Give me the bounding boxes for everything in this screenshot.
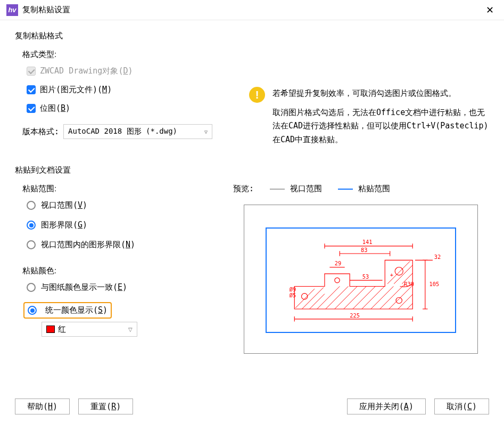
legend-label: 视口范围 (290, 184, 322, 194)
legend-line-icon (270, 189, 285, 190)
format-type-label: 格式类型: (22, 50, 228, 60)
radio-label: 视口范围内的图形界限(N) (41, 240, 135, 250)
checkbox-label: ZWCAD Drawing对象(D) (40, 66, 133, 76)
svg-text:+: + (390, 272, 393, 278)
section-title-format: 复制粘贴格式 (15, 31, 489, 41)
radio-icon (27, 221, 36, 230)
svg-line-3 (317, 286, 340, 309)
window-title: 复制粘贴设置 (22, 5, 482, 15)
legend-paste: 粘贴范围 (338, 184, 390, 194)
dim-105: 105 (429, 281, 439, 287)
version-dropdown[interactable]: AutoCAD 2018 图形 (*.dwg) ▽ (63, 124, 212, 139)
cad-preview: 141 83 32 29 53 105 R30 225 Ø9 Ø5 + (282, 236, 448, 327)
svg-line-13 (407, 304, 412, 309)
svg-point-20 (396, 297, 402, 303)
chevron-down-icon: ▽ (128, 327, 133, 332)
preview-area: 预览: 视口范围 粘贴范围 (233, 184, 489, 354)
svg-line-8 (362, 286, 385, 309)
radio-label: 视口范围(V) (41, 200, 87, 210)
dim-phi9: Ø9 (290, 286, 296, 292)
preview-label: 预览: (233, 184, 254, 194)
checkbox-metafile[interactable]: 图片(图元文件)(M) (22, 85, 228, 95)
checkbox-bitmap[interactable]: 位图(B) (22, 103, 228, 113)
cancel-button[interactable]: 取消(C) (434, 398, 489, 414)
titlebar: hv 复制粘贴设置 ✕ (0, 0, 504, 20)
radio-same-color[interactable]: 与图纸颜色显示一致(E) (22, 282, 217, 292)
checkbox-icon (27, 85, 36, 94)
color-dropdown[interactable]: 红 ▽ (42, 322, 137, 337)
svg-point-17 (302, 294, 308, 299)
svg-line-0 (295, 289, 315, 308)
paste-range-label: 粘贴范围: (22, 184, 217, 194)
radio-label: 与图纸颜色显示一致(E) (41, 282, 127, 292)
legend-label: 粘贴范围 (358, 184, 390, 194)
dropdown-value: AutoCAD 2018 图形 (*.dwg) (68, 127, 177, 136)
radio-viewport[interactable]: 视口范围(V) (22, 200, 217, 210)
checkbox-zwcad: ZWCAD Drawing对象(D) (22, 66, 228, 76)
version-label: 版本格式: (22, 127, 59, 137)
dropdown-value: 红 (58, 324, 66, 335)
info-line-2: 取消图片格式勾选后，无法在Office文档中进行粘贴，也无法在CAD进行选择性粘… (272, 106, 489, 147)
radio-icon (27, 283, 36, 292)
svg-line-12 (398, 295, 412, 309)
radio-unified-color-highlighted[interactable]: 统一颜色显示(S) (23, 302, 112, 319)
svg-line-4 (326, 286, 349, 309)
checkbox-icon (27, 104, 36, 113)
chevron-down-icon: ▽ (204, 129, 208, 135)
svg-line-7 (353, 286, 376, 309)
radio-icon (27, 201, 36, 210)
color-swatch-icon (46, 326, 55, 333)
radio-viewport-limits[interactable]: 视口范围内的图形界限(N) (22, 240, 217, 250)
dim-141: 141 (362, 239, 373, 245)
legend-line-icon (338, 189, 353, 190)
paste-color-label: 粘贴颜色: (22, 266, 217, 276)
preview-box: 141 83 32 29 53 105 R30 225 Ø9 Ø5 + (244, 205, 478, 354)
dim-53: 53 (362, 273, 369, 280)
radio-label: 图形界限(G) (41, 220, 87, 230)
svg-point-19 (395, 267, 403, 275)
info-panel: ! 若希望提升复制效率，可取消勾选图片或位图格式。 取消图片格式勾选后，无法在O… (249, 50, 489, 152)
radio-icon (27, 240, 36, 249)
svg-line-2 (310, 294, 325, 309)
close-icon[interactable]: ✕ (482, 2, 498, 18)
section-paste-settings: 粘贴到文档设置 粘贴范围: 视口范围(V) 图形界限(G) 视口范围内的图形界限… (15, 165, 489, 354)
section-title-paste: 粘贴到文档设置 (15, 165, 489, 175)
checkbox-label: 位图(B) (40, 103, 70, 113)
dim-phi5: Ø5 (290, 292, 296, 298)
dim-29: 29 (335, 260, 342, 266)
svg-line-5 (335, 286, 358, 309)
legend-viewport: 视口范围 (270, 184, 322, 194)
reset-button[interactable]: 重置(R) (78, 398, 133, 414)
help-button[interactable]: 帮助(H) (15, 398, 70, 414)
svg-line-9 (371, 286, 394, 309)
radio-limits[interactable]: 图形界限(G) (22, 220, 217, 230)
radio-icon (28, 306, 37, 315)
radio-label: 统一颜色显示(S) (45, 305, 108, 315)
svg-line-6 (344, 286, 367, 309)
dim-83: 83 (361, 247, 368, 253)
svg-point-18 (335, 278, 340, 282)
section-copy-format: 复制粘贴格式 格式类型: ZWCAD Drawing对象(D) 图片(图元文件)… (15, 31, 489, 152)
info-line-1: 若希望提升复制效率，可取消勾选图片或位图格式。 (272, 87, 489, 101)
apply-close-button[interactable]: 应用并关闭(A) (347, 398, 426, 414)
dim-32: 32 (434, 254, 441, 260)
dim-225: 225 (350, 312, 360, 319)
checkbox-icon (27, 67, 36, 76)
app-icon: hv (6, 4, 18, 16)
dim-r30: R30 (404, 281, 414, 287)
checkbox-label: 图片(图元文件)(M) (40, 85, 112, 95)
info-icon: ! (249, 87, 265, 103)
footer: 帮助(H) 重置(R) 应用并关闭(A) 取消(C) (15, 398, 489, 414)
